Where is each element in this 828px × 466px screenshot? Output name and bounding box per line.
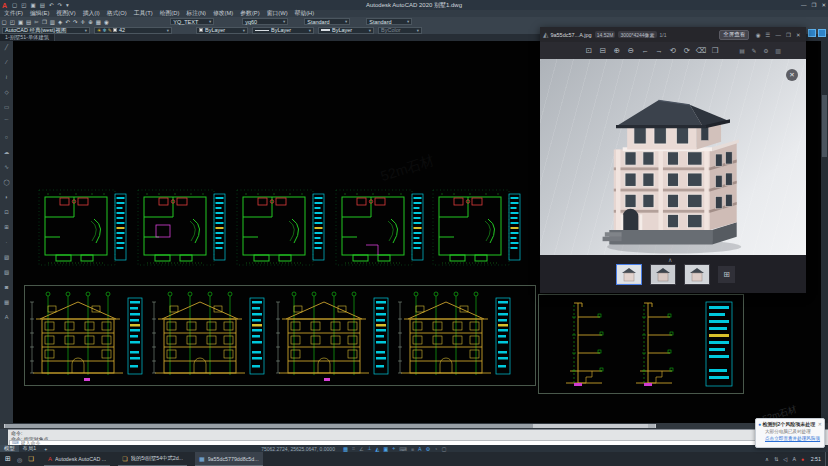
- ime-indicator-icon[interactable]: A: [792, 456, 796, 462]
- arc-tool-icon[interactable]: ⌒: [4, 119, 10, 134]
- undo-toolbar-icon[interactable]: ↶: [65, 19, 70, 25]
- save-icon[interactable]: ▣: [18, 19, 23, 25]
- zoom-out-icon[interactable]: ⊖: [624, 46, 638, 55]
- command-line-grip[interactable]: [0, 429, 8, 445]
- view-mode-icon[interactable]: ▤: [736, 47, 748, 54]
- table-tool-icon[interactable]: ▦: [4, 299, 9, 314]
- undo-icon[interactable]: ↶: [49, 2, 54, 8]
- otrack-toggle-icon[interactable]: ⌖: [392, 445, 395, 452]
- dynamic-input-toggle-icon[interactable]: ⌨: [399, 446, 407, 452]
- text-tool-icon[interactable]: A: [5, 314, 9, 329]
- spline-tool-icon[interactable]: ∿: [4, 164, 9, 179]
- line-tool-icon[interactable]: ╱: [5, 44, 8, 59]
- zoom-icon[interactable]: ⊕: [88, 19, 93, 25]
- hscroll-arrow[interactable]: [648, 424, 655, 428]
- tab-model[interactable]: 模型: [0, 445, 19, 452]
- image-close-overlay-button[interactable]: ✕: [786, 69, 798, 81]
- file-explorer-icon[interactable]: ❏: [28, 455, 34, 463]
- revcloud-tool-icon[interactable]: ☁: [4, 149, 10, 164]
- minimize-button[interactable]: —: [801, 2, 807, 8]
- autocad-logo-icon[interactable]: A: [2, 2, 7, 9]
- fullscreen-view-button[interactable]: 全屏查看: [719, 30, 749, 40]
- elevation-drawings[interactable]: [24, 285, 536, 386]
- taskbar-button-image-viewer[interactable]: ▦ 9a55dc5779dd8c5d...: [195, 452, 263, 466]
- thumbnail-3[interactable]: [684, 264, 710, 285]
- workspace-select[interactable]: AutoCAD 经典(west)视图▾: [2, 27, 90, 34]
- layer-freeze-icon[interactable]: ❄: [102, 27, 106, 33]
- isodraft-toggle-icon[interactable]: ◭: [375, 446, 379, 452]
- polyline-tool-icon[interactable]: ≀: [5, 74, 7, 89]
- start-button-icon[interactable]: ⊞: [5, 455, 11, 463]
- plot-icon[interactable]: ▤: [40, 2, 45, 8]
- layer-on-icon[interactable]: ☀: [97, 27, 101, 33]
- section-drawings[interactable]: [538, 294, 744, 394]
- antivirus-tray-icon[interactable]: ●: [801, 456, 804, 462]
- viewer-close-button[interactable]: ✕: [796, 32, 801, 38]
- thumbnail-2[interactable]: [650, 264, 676, 285]
- isolate-objects-icon[interactable]: ◔: [434, 446, 437, 452]
- new-icon[interactable]: ▢: [2, 19, 7, 25]
- make-block-tool-icon[interactable]: ⊞: [4, 224, 9, 239]
- open-file-icon[interactable]: ◰: [21, 2, 26, 8]
- viewer-minimize-button[interactable]: —: [775, 32, 781, 38]
- qat-dropdown-icon[interactable]: ▾: [66, 2, 69, 8]
- grid-toggle-icon[interactable]: ▦: [343, 446, 348, 452]
- circle-tool-icon[interactable]: ○: [5, 134, 8, 149]
- fit-window-icon[interactable]: ⊟: [596, 46, 610, 55]
- fullscreen-icon[interactable]: ⊡: [582, 46, 596, 55]
- delete-image-icon[interactable]: ⌫: [694, 46, 708, 55]
- rotate-left-icon[interactable]: ⟲: [666, 46, 680, 55]
- redo-toolbar-icon[interactable]: ↷: [73, 19, 78, 25]
- layers-icon[interactable]: ▦: [96, 19, 101, 25]
- table-style-select[interactable]: Standard▾: [304, 18, 350, 25]
- properties-icon[interactable]: ◉: [104, 19, 109, 25]
- redo-icon[interactable]: ↷: [57, 2, 62, 8]
- print-image-icon[interactable]: ▥: [772, 47, 784, 54]
- floor-plan-drawings[interactable]: [36, 185, 536, 271]
- linetype-select[interactable]: ByLayer▾: [252, 27, 314, 34]
- lineweight-select[interactable]: ByLayer▾: [318, 27, 374, 34]
- clock[interactable]: 2:51: [811, 456, 821, 462]
- color-select[interactable]: ByLayer▾: [196, 27, 248, 34]
- volume-icon[interactable]: ◁: [783, 456, 787, 462]
- canvas-utility-icon-1[interactable]: [808, 29, 816, 37]
- snap-toggle-icon[interactable]: ⌗: [352, 445, 355, 452]
- copy-icon[interactable]: ❐: [42, 19, 47, 25]
- ellipse-arc-tool-icon[interactable]: ◗: [5, 194, 8, 209]
- hscroll-thumb[interactable]: [5, 424, 533, 428]
- open-icon[interactable]: ◰: [10, 19, 15, 25]
- taskbar-button-folder[interactable]: ❏ 我的5t别墅54中式2d...: [118, 452, 187, 466]
- hatch-tool-icon[interactable]: ▨: [4, 254, 9, 269]
- user-icon[interactable]: ◉: [756, 32, 761, 38]
- lineweight-toggle-icon[interactable]: ≡: [411, 446, 414, 452]
- text-style-select[interactable]: YQ_TEXT▾: [170, 18, 214, 25]
- viewer-maximize-button[interactable]: ❐: [786, 32, 791, 38]
- paste-icon[interactable]: ▥: [50, 19, 55, 25]
- region-tool-icon[interactable]: ◙: [5, 284, 8, 299]
- tab-add-layout[interactable]: +: [40, 445, 51, 452]
- rectangle-tool-icon[interactable]: ▭: [4, 104, 9, 119]
- construction-line-tool-icon[interactable]: ⁄: [6, 59, 7, 74]
- print-icon[interactable]: ▤: [26, 19, 31, 25]
- zoom-in-icon[interactable]: ⊕: [610, 46, 624, 55]
- thumbnail-grid-button[interactable]: ⊞: [718, 266, 735, 283]
- maximize-button[interactable]: ❐: [811, 2, 816, 8]
- taskbar-search-icon[interactable]: ◎: [17, 456, 22, 463]
- insert-block-tool-icon[interactable]: ⊡: [4, 209, 9, 224]
- ortho-toggle-icon[interactable]: ⟂: [368, 445, 372, 452]
- network-icon[interactable]: ⇅: [774, 456, 778, 462]
- notification-close-icon[interactable]: ✕: [818, 421, 822, 427]
- pan-icon[interactable]: ✛: [81, 19, 86, 25]
- new-file-icon[interactable]: ▢: [12, 2, 17, 8]
- osnap-toggle-icon[interactable]: ▣: [383, 446, 388, 452]
- polygon-tool-icon[interactable]: ◇: [4, 89, 8, 104]
- rendered-image[interactable]: ✕: [540, 59, 806, 255]
- thumbnail-1[interactable]: [616, 264, 642, 285]
- viewer-menu-icon[interactable]: ☰: [766, 32, 771, 38]
- tab-layout1[interactable]: 布局1: [19, 445, 41, 452]
- vertical-scrollbar-thumb[interactable]: [822, 95, 827, 157]
- copy-image-icon[interactable]: ❐: [708, 46, 722, 55]
- tray-expand-icon[interactable]: ∧: [765, 456, 769, 462]
- gradient-tool-icon[interactable]: ▧: [4, 269, 9, 284]
- cut-icon[interactable]: ✂: [34, 19, 39, 25]
